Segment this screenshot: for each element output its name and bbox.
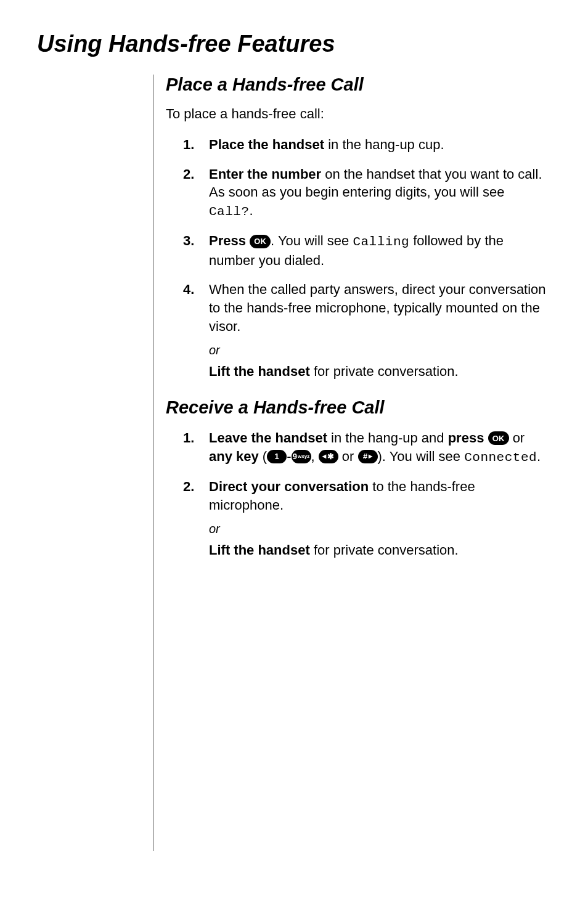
step-text: ,: [311, 449, 319, 464]
step-text: (: [259, 449, 267, 464]
page-title: Using Hands-free Features: [37, 31, 551, 57]
step-text: -: [287, 449, 291, 464]
step-text: . You will see: [271, 233, 353, 248]
step-text: in the hang-up cup.: [324, 137, 444, 152]
step-bold: Lift the handset: [209, 364, 310, 379]
step-text: .: [250, 203, 253, 218]
step-text: or: [509, 430, 525, 446]
lcd-text: Call?: [209, 205, 250, 219]
step-text: When the called party answers, direct yo…: [209, 282, 546, 333]
s1-step3: 3. Press OK. You will see Calling follow…: [183, 232, 551, 269]
ok-button-icon: OK: [488, 431, 509, 445]
step-text: or: [338, 449, 358, 464]
ok-button-icon: OK: [250, 235, 271, 248]
content-column: Place a Hands-free Call To place a hands…: [153, 75, 551, 851]
key-9-icon: 9wxyz: [292, 450, 311, 463]
section1-heading: Place a Hands-free Call: [166, 75, 551, 95]
key-hash-icon: #: [358, 450, 378, 463]
or-separator: or: [183, 522, 551, 536]
step-bold: Place the handset: [209, 137, 324, 152]
or-separator: or: [183, 343, 551, 357]
step-bold: Direct your conversation: [209, 479, 369, 494]
step-text: for private conversation.: [310, 542, 459, 558]
step-text: in the hang-up and: [327, 430, 448, 446]
step-text: .: [537, 449, 541, 464]
s1-step1: 1. Place the handset in the hang-up cup.: [183, 136, 551, 154]
step-bold: Leave the handset: [209, 430, 327, 446]
step-bold: Enter the number: [209, 166, 321, 182]
step-number: 3.: [183, 232, 194, 250]
lcd-text: Calling: [353, 235, 409, 249]
step-number: 2.: [183, 165, 194, 184]
section2-heading: Receive a Hands-free Call: [166, 397, 551, 418]
step-number: 2.: [183, 478, 194, 496]
step-number: 4.: [183, 280, 194, 299]
s1-step2: 2. Enter the number on the handset that …: [183, 165, 551, 221]
s1-privstep: Lift the handset for private conversatio…: [183, 362, 551, 381]
step-text: ). You will see: [378, 449, 465, 464]
s1-step4: 4. When the called party answers, direct…: [183, 280, 551, 335]
step-bold: any key: [209, 449, 259, 464]
step-bold: Lift the handset: [209, 542, 310, 558]
lcd-text: Connected: [464, 450, 537, 465]
section1-intro: To place a hands-free call:: [166, 106, 551, 122]
step-text: for private conversation.: [310, 364, 459, 379]
key-star-icon: ✱: [319, 450, 338, 463]
key-1-icon: 1: [267, 450, 287, 463]
s2-step2: 2. Direct your conversation to the hands…: [183, 478, 551, 514]
step-text: [484, 430, 488, 446]
step-number: 1.: [183, 429, 194, 447]
step-number: 1.: [183, 136, 194, 154]
step-bold: Press: [209, 233, 246, 248]
s2-privstep: Lift the handset for private conversatio…: [183, 541, 551, 560]
s2-step1: 1. Leave the handset in the hang-up and …: [183, 429, 551, 466]
step-bold: press: [448, 430, 484, 446]
